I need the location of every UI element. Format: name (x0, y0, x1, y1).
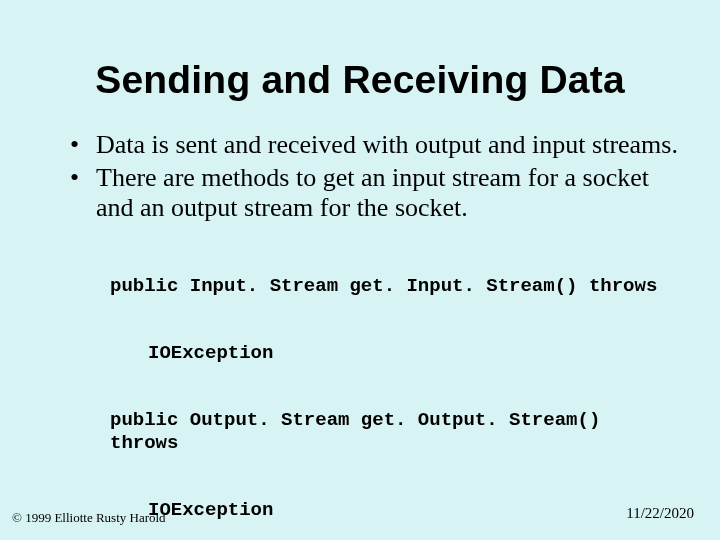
slide: Sending and Receiving Data Data is sent … (0, 0, 720, 540)
code-line: public Output. Stream get. Output. Strea… (110, 409, 680, 454)
code-line: IOException (110, 342, 680, 364)
code-line: IOException (110, 499, 680, 521)
footer-copyright: © 1999 Elliotte Rusty Harold (12, 510, 166, 526)
slide-title: Sending and Receiving Data (40, 58, 680, 102)
bullet-item: Data is sent and received with output an… (70, 130, 680, 161)
bullet-item: There are methods to get an input stream… (70, 163, 680, 224)
code-block: public Input. Stream get. Input. Stream(… (40, 230, 680, 540)
bullet-list: Data is sent and received with output an… (40, 130, 680, 224)
footer-date: 11/22/2020 (626, 505, 694, 522)
code-line: public Input. Stream get. Input. Stream(… (110, 275, 680, 297)
